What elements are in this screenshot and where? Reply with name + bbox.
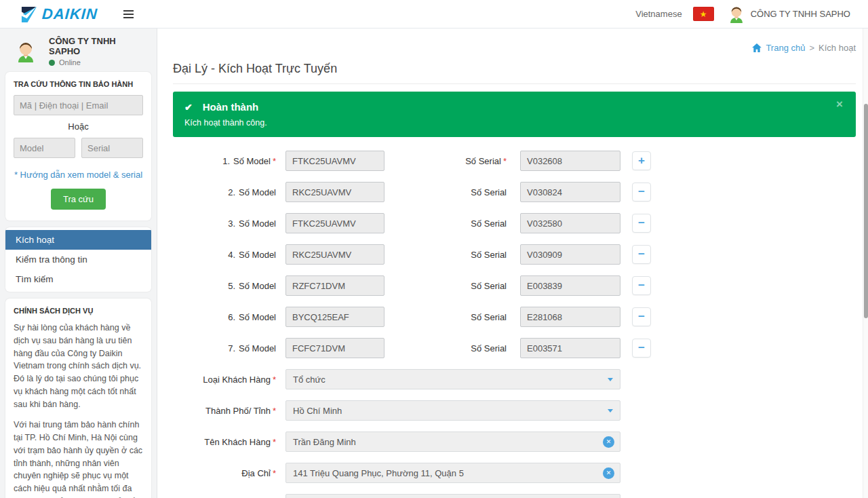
model-input[interactable] <box>285 307 384 327</box>
sidebar: CÔNG TY TNHH SAPHO Online TRA CỨU THÔNG … <box>0 28 157 498</box>
model-label-text: Số Model <box>239 281 276 291</box>
remove-row-button[interactable]: − <box>632 307 651 326</box>
serial-label-text: Số Serial <box>471 343 507 353</box>
serial-label-text: Số Serial <box>471 250 507 260</box>
warranty-lookup-card: TRA CỨU THÔNG TIN BẢO HÀNH Hoặc * Hướng … <box>5 72 151 221</box>
add-row-button[interactable]: + <box>632 151 651 170</box>
header-user-name[interactable]: CÔNG TY TNHH SAPHO <box>751 9 850 19</box>
serial-input[interactable] <box>520 275 620 296</box>
city-select[interactable]: Hồ Chí Minh <box>285 400 620 421</box>
check-icon: ✔ <box>184 102 193 113</box>
serial-label: Số Serial <box>384 218 507 229</box>
breadcrumb-home-link[interactable]: Trang chủ <box>766 43 805 53</box>
model-input[interactable] <box>285 182 384 202</box>
main-content: Trang chủ > Kích hoạt Đại Lý - Kích Hoạt… <box>157 28 868 498</box>
daikin-logo[interactable]: DAIKIN <box>20 5 98 23</box>
minus-icon: − <box>638 279 645 292</box>
serial-label: Số Serial <box>384 343 507 353</box>
scrollbar-thumb[interactable] <box>864 104 868 318</box>
model-input[interactable] <box>285 338 384 358</box>
model-label-text: Số Model <box>239 250 276 260</box>
model-input[interactable] <box>285 275 384 296</box>
flag-star-icon: ★ <box>700 9 707 19</box>
model-label-text: Số Model <box>239 187 276 197</box>
serial-input[interactable] <box>520 338 620 358</box>
sidebar-item-kich-hoat[interactable]: Kích hoạt <box>5 230 151 250</box>
or-label: Hoặc <box>14 121 143 132</box>
minus-icon: − <box>638 310 645 323</box>
chevron-down-icon <box>608 378 613 381</box>
header-user-avatar[interactable] <box>728 5 745 23</box>
breadcrumb: Trang chủ > Kích hoạt <box>173 43 856 53</box>
vietnam-flag-icon[interactable]: ★ <box>693 7 714 21</box>
lookup-search-button[interactable]: Tra cứu <box>51 189 106 210</box>
customer-type-label: Loại Khách Hàng* <box>173 375 276 385</box>
model-label: 3.Số Model <box>173 218 276 229</box>
address-label: Địa Chỉ* <box>173 468 276 478</box>
lookup-card-title: TRA CỨU THÔNG TIN BẢO HÀNH <box>14 80 143 88</box>
daikin-logo-mark-icon <box>20 5 37 22</box>
model-serial-row: 2.Số Model Số Serial − <box>173 182 856 202</box>
model-label: 1.Số Model* <box>173 156 276 166</box>
serial-input[interactable] <box>520 307 620 327</box>
serial-label-text: Số Serial <box>471 187 507 197</box>
required-asterisk: * <box>273 468 276 478</box>
customer-name-row: Tên Khách Hàng* Trần Đăng Minh ✕ <box>173 432 856 452</box>
clear-field-icon[interactable]: ✕ <box>603 467 614 479</box>
model-input[interactable] <box>285 213 384 233</box>
remove-row-button[interactable]: − <box>632 183 651 202</box>
sidebar-item-tim-kiem[interactable]: Tìm kiếm <box>5 269 151 289</box>
lookup-serial-input[interactable] <box>81 138 143 158</box>
vertical-scrollbar[interactable] <box>863 28 868 498</box>
model-input[interactable] <box>285 244 384 265</box>
remove-row-button[interactable]: − <box>632 214 651 233</box>
row-index: 1. <box>222 156 230 166</box>
remove-row-button[interactable]: − <box>632 339 651 358</box>
clear-glyph: ✕ <box>606 470 612 476</box>
serial-label: Số Serial* <box>384 156 507 166</box>
customer-name-label: Tên Khách Hàng* <box>173 437 276 447</box>
clear-field-icon[interactable]: ✕ <box>603 436 614 448</box>
serial-input[interactable] <box>520 182 620 202</box>
breadcrumb-current: Kích hoạt <box>818 43 856 53</box>
minus-icon: − <box>638 341 645 354</box>
serial-label: Số Serial <box>384 312 507 322</box>
remove-row-button[interactable]: − <box>632 276 651 295</box>
address-input[interactable]: 141 Triệu Quang Phục, Phường 11, Quận 5 … <box>285 463 620 483</box>
model-serial-row: 7.Số Model Số Serial − <box>173 338 856 358</box>
serial-input[interactable] <box>520 213 620 233</box>
serial-input[interactable] <box>520 151 620 171</box>
title-divider <box>173 83 856 84</box>
remove-row-button[interactable]: − <box>632 245 651 264</box>
model-input[interactable] <box>285 151 384 171</box>
sidebar-menu: Kích hoạt Kiểm tra thông tin Tìm kiếm <box>5 227 151 292</box>
field-value: Trần Đăng Minh <box>293 437 356 447</box>
sidebar-item-kiem-tra-thong-tin[interactable]: Kiểm tra thông tin <box>5 250 151 269</box>
next-field-input[interactable] <box>285 494 620 498</box>
plus-icon: + <box>638 154 645 167</box>
serial-input[interactable] <box>520 244 620 265</box>
customer-type-select[interactable]: Tổ chức <box>285 369 620 389</box>
close-icon[interactable]: × <box>832 98 847 111</box>
model-label-text: Số Model <box>239 343 276 353</box>
serial-label: Số Serial <box>384 281 507 291</box>
hamburger-menu-icon[interactable] <box>121 7 136 21</box>
lookup-model-input[interactable] <box>14 138 75 158</box>
required-asterisk: * <box>503 156 507 166</box>
top-header: DAIKIN Vietnamese ★ CÔNG TY TNHH SAPHO <box>0 0 868 28</box>
alert-message: Kích hoạt thành công. <box>184 118 829 128</box>
required-asterisk: * <box>273 406 276 416</box>
lookup-search-input[interactable] <box>14 95 143 115</box>
alert-title: Hoàn thành <box>203 101 259 113</box>
row-index: 3. <box>228 218 235 229</box>
city-label: Thành Phố/ Tỉnh* <box>173 406 276 416</box>
row-index: 6. <box>228 312 235 322</box>
model-label: 7.Số Model <box>173 343 276 353</box>
model-serial-guide-link[interactable]: * Hướng dẫn xem model & serial <box>14 170 143 180</box>
language-selector[interactable]: Vietnamese <box>635 9 682 19</box>
serial-label-text: Số Serial <box>465 156 501 166</box>
model-serial-row: 5.Số Model Số Serial − <box>173 275 856 296</box>
customer-name-input[interactable]: Trần Đăng Minh ✕ <box>285 432 620 452</box>
serial-label-text: Số Serial <box>471 281 507 291</box>
row-index: 5. <box>228 281 235 291</box>
